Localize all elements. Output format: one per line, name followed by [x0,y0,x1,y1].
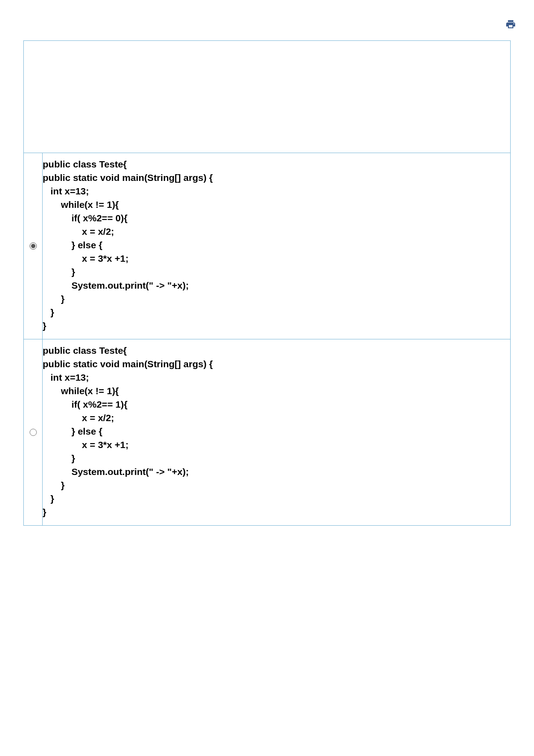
code-line: x = x/2; [43,411,510,425]
code-line: } [43,452,510,465]
answer-option-1: public class Teste{ public static void m… [23,153,511,339]
question-container: public class Teste{ public static void m… [23,40,511,526]
code-line: while(x != 1){ [43,198,510,211]
question-header-blank [23,40,511,153]
radio-option-1[interactable] [30,242,37,250]
code-line: System.out.print(" -> "+x); [43,279,510,292]
code-line: x = 3*x +1; [43,438,510,452]
code-line: public class Teste{ [43,158,510,171]
code-line: } [43,505,510,519]
code-line: while(x != 1){ [43,384,510,398]
code-line: } [43,265,510,279]
radio-option-2[interactable] [30,429,37,436]
radio-cell-2 [24,339,43,525]
code-line: System.out.print(" -> "+x); [43,465,510,479]
code-line: } [43,292,510,306]
answer-option-2: public class Teste{ public static void m… [23,339,511,526]
code-line: } [43,479,510,492]
print-icon[interactable] [505,19,516,30]
code-line: int x=13; [43,371,510,384]
code-line: int x=13; [43,185,510,198]
code-line: x = x/2; [43,225,510,238]
code-line: public static void main(String[] args) { [43,171,510,185]
code-line: public class Teste{ [43,344,510,357]
code-line: x = 3*x +1; [43,252,510,265]
code-cell-2: public class Teste{ public static void m… [43,339,510,525]
code-line: } else { [43,425,510,438]
code-line: } [43,319,510,333]
code-line: if( x%2== 0){ [43,211,510,225]
code-line: } else { [43,238,510,252]
code-line: if( x%2== 1){ [43,398,510,411]
code-line: public static void main(String[] args) { [43,357,510,371]
code-cell-1: public class Teste{ public static void m… [43,153,510,339]
code-line: } [43,306,510,319]
radio-cell-1 [24,153,43,339]
code-line: } [43,492,510,505]
